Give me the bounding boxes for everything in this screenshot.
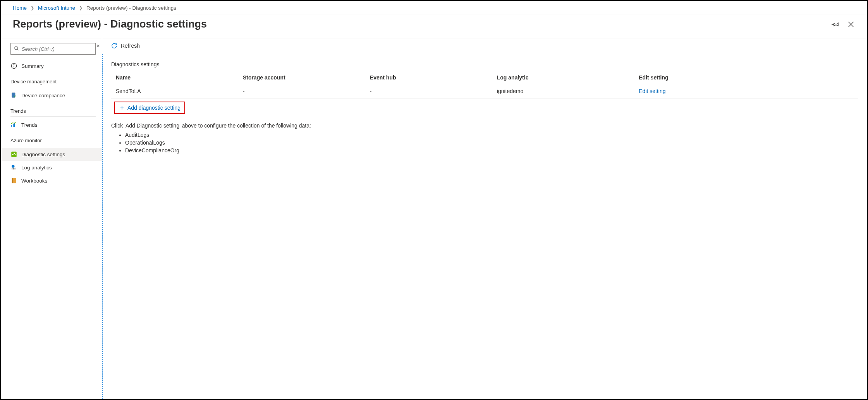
diag-section-title: Diagnostics settings (111, 61, 858, 67)
sidebar-item-label: Workbooks (21, 178, 47, 184)
page-header: Reports (preview) - Diagnostic settings (1, 14, 867, 38)
breadcrumb-home[interactable]: Home (13, 5, 27, 11)
sidebar-item-label: Log analytics (21, 165, 52, 171)
svg-rect-9 (13, 124, 14, 127)
device-compliance-icon (10, 92, 17, 99)
col-eventhub: Event hub (365, 71, 492, 84)
cell-eventhub: - (365, 84, 492, 98)
log-analytics-icon (10, 164, 17, 171)
breadcrumb-intune[interactable]: Microsoft Intune (38, 5, 75, 11)
col-name: Name (111, 71, 238, 84)
breadcrumb: Home ❯ Microsoft Intune ❯ Reports (previ… (1, 1, 867, 14)
sidebar-item-label: Trends (21, 122, 38, 128)
plus-icon: ＋ (119, 105, 125, 111)
info-item: AuditLogs (125, 131, 858, 139)
info-text: Click 'Add Diagnostic setting' above to … (111, 122, 858, 129)
sidebar-item-label: Diagnostic settings (21, 152, 65, 157)
workbooks-icon (10, 177, 17, 184)
sidebar-group-trends: Trends (10, 102, 96, 117)
sidebar-item-summary[interactable]: Summary (1, 59, 102, 72)
sidebar-item-trends[interactable]: Trends (1, 118, 102, 131)
svg-point-6 (14, 64, 14, 65)
sidebar-group-device: Device management (10, 72, 96, 87)
svg-point-2 (15, 46, 18, 49)
search-icon (14, 46, 19, 52)
sidebar: « Summary Device management Device compl… (1, 38, 102, 399)
search-input[interactable] (22, 46, 92, 52)
diag-table: Name Storage account Event hub Log analy… (111, 71, 858, 98)
svg-rect-15 (15, 168, 15, 170)
col-log: Log analytic (492, 71, 634, 84)
close-icon[interactable] (847, 20, 855, 29)
cell-log: ignitedemo (492, 84, 634, 98)
table-row: SendToLA - - ignitedemo Edit setting (111, 84, 858, 98)
sidebar-group-monitor: Azure monitor (10, 131, 96, 146)
svg-line-3 (17, 49, 19, 50)
svg-rect-8 (11, 125, 12, 127)
refresh-button[interactable]: Refresh (111, 42, 140, 49)
col-edit: Edit setting (634, 71, 858, 84)
sidebar-item-label: Device compliance (21, 93, 65, 98)
toolbar: Refresh (102, 38, 867, 54)
chevron-right-icon: ❯ (31, 5, 34, 10)
add-diagnostic-label: Add diagnostic setting (127, 105, 180, 111)
sidebar-item-device-compliance[interactable]: Device compliance (1, 89, 102, 102)
collapse-sidebar-icon[interactable]: « (96, 42, 100, 48)
info-item: DeviceComplianceOrg (125, 147, 858, 154)
sidebar-item-log-analytics[interactable]: Log analytics (1, 161, 102, 174)
svg-point-12 (12, 165, 15, 168)
svg-rect-14 (13, 168, 14, 170)
info-icon (10, 62, 17, 69)
breadcrumb-current: Reports (preview) - Diagnostic settings (86, 5, 176, 11)
sidebar-item-label: Summary (21, 63, 44, 69)
search-input-wrapper[interactable] (10, 43, 96, 55)
pin-icon[interactable] (831, 20, 840, 29)
add-diagnostic-setting-button[interactable]: ＋ Add diagnostic setting (114, 102, 185, 114)
refresh-label: Refresh (121, 43, 140, 49)
sidebar-item-workbooks[interactable]: Workbooks (1, 174, 102, 187)
info-block: Click 'Add Diagnostic setting' above to … (111, 122, 858, 154)
cell-storage: - (238, 84, 365, 98)
sidebar-item-diagnostic-settings[interactable]: Diagnostic settings (1, 148, 102, 161)
svg-rect-17 (12, 178, 13, 183)
edit-setting-link[interactable]: Edit setting (639, 88, 665, 94)
col-storage: Storage account (238, 71, 365, 84)
svg-rect-13 (12, 168, 12, 170)
chevron-right-icon: ❯ (79, 5, 83, 10)
info-item: OperationalLogs (125, 139, 858, 147)
content-pane: Refresh Diagnostics settings Name Storag… (102, 38, 867, 399)
cell-name: SendToLA (111, 84, 238, 98)
page-title: Reports (preview) - Diagnostic settings (13, 18, 207, 30)
diagnostic-icon (10, 151, 17, 158)
trends-icon (10, 121, 17, 128)
